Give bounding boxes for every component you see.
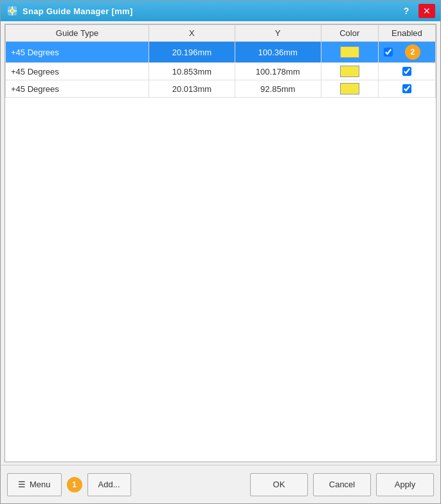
title-bar-controls: ? ✕ — [398, 4, 435, 18]
table-row[interactable]: +45 Degrees20.013mm92.85mm — [6, 80, 436, 98]
col-guide-type: Guide Type — [6, 25, 149, 42]
apply-label: Apply — [395, 480, 416, 489]
cell-x[interactable]: 10.853mm — [149, 63, 235, 80]
svg-point-3 — [10, 9, 14, 13]
add-button[interactable]: Add... — [87, 473, 131, 496]
menu-button[interactable]: ☰ Menu — [7, 473, 62, 496]
col-y: Y — [235, 25, 321, 42]
cell-color[interactable] — [321, 63, 378, 80]
cell-x[interactable]: 20.013mm — [149, 80, 235, 98]
title-bar: Snap Guide Manager [mm] ? ✕ — [1, 1, 440, 21]
cell-color[interactable] — [321, 80, 378, 98]
add-label: Add... — [98, 480, 120, 489]
cell-enabled[interactable] — [378, 80, 435, 98]
menu-badge: 1 — [67, 477, 82, 492]
snap-guide-manager-window: Snap Guide Manager [mm] ? ✕ Guide Type X… — [0, 0, 441, 504]
table-row[interactable]: +45 Degrees20.196mm100.36mm2 — [6, 42, 436, 63]
color-swatch — [340, 66, 359, 77]
apply-button[interactable]: Apply — [376, 473, 434, 496]
menu-label: Menu — [30, 480, 51, 489]
table-row[interactable]: +45 Degrees10.853mm100.178mm — [6, 63, 436, 80]
guides-table: Guide Type X Y Color Enabled +45 Degrees… — [5, 24, 436, 98]
row-badge: 2 — [405, 44, 420, 60]
cell-y[interactable]: 92.85mm — [235, 80, 321, 98]
enabled-checkbox[interactable] — [402, 67, 411, 76]
app-icon — [6, 4, 19, 17]
color-swatch — [340, 83, 359, 94]
cell-guide-type: +45 Degrees — [6, 63, 149, 80]
cell-enabled[interactable] — [378, 63, 435, 80]
cell-enabled[interactable]: 2 — [378, 42, 435, 63]
cancel-label: Cancel — [329, 480, 355, 489]
ok-label: OK — [273, 480, 285, 489]
cell-guide-type: +45 Degrees — [6, 80, 149, 98]
col-enabled: Enabled — [378, 25, 435, 42]
menu-icon: ☰ — [18, 480, 26, 489]
enabled-checkbox[interactable] — [384, 48, 393, 57]
btn-group-right: OK Cancel Apply — [250, 473, 434, 496]
cell-x[interactable]: 20.196mm — [149, 42, 235, 63]
help-button[interactable]: ? — [398, 4, 415, 18]
cell-y[interactable]: 100.36mm — [235, 42, 321, 63]
cancel-button[interactable]: Cancel — [313, 473, 371, 496]
cell-y[interactable]: 100.178mm — [235, 63, 321, 80]
color-swatch — [340, 46, 359, 58]
table-header-row: Guide Type X Y Color Enabled — [6, 25, 436, 42]
col-x: X — [149, 25, 235, 42]
window-title: Snap Guide Manager [mm] — [22, 6, 133, 16]
ok-button[interactable]: OK — [250, 473, 308, 496]
title-bar-left: Snap Guide Manager [mm] — [6, 4, 133, 17]
content-area: Guide Type X Y Color Enabled +45 Degrees… — [4, 24, 437, 462]
cell-color[interactable] — [321, 42, 378, 63]
enabled-checkbox[interactable] — [402, 84, 411, 93]
close-button[interactable]: ✕ — [419, 4, 435, 18]
table-container: Guide Type X Y Color Enabled +45 Degrees… — [5, 24, 436, 462]
bottom-bar: ☰ Menu 1 Add... OK Cancel Apply — [1, 465, 440, 503]
cell-guide-type: +45 Degrees — [6, 42, 149, 63]
col-color: Color — [321, 25, 378, 42]
